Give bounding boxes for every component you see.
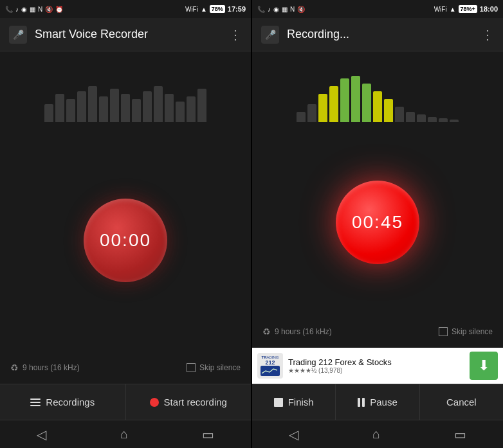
left-app-header: 🎤 Smart Voice Recorder ⋮ [0, 18, 251, 51]
left-storage-info: ♻ 9 hours (16 kHz) [10, 363, 80, 373]
right-cancel-button[interactable]: Cancel [420, 384, 503, 420]
left-status-alarm-icon: ⏰ [55, 6, 63, 13]
right-skip-silence: Skip silence [439, 327, 493, 336]
left-skip-silence-label: Skip silence [199, 363, 241, 372]
r-eq-bar-11 [406, 112, 415, 122]
left-status-location-icon: ◉ [21, 6, 27, 13]
left-storage-icon: ♻ [10, 363, 19, 373]
right-pause-label: Pause [370, 397, 398, 408]
right-record-button[interactable]: 00:45 [336, 181, 419, 264]
left-app-title: Smart Voice Recorder [35, 28, 229, 41]
r-eq-bar-6 [351, 76, 360, 122]
left-status-nfc-icon: N [38, 6, 42, 13]
right-app-header: 🎤 Recording... ⋮ [252, 18, 503, 51]
right-skip-silence-label: Skip silence [452, 327, 493, 336]
left-status-phone-icon: 📞 [5, 6, 13, 13]
eq-bar-1 [44, 104, 53, 122]
ad-title: Trading 212 Forex & Stocks [288, 357, 464, 367]
left-skip-silence-checkbox[interactable] [187, 363, 196, 372]
eq-bar-14 [187, 96, 196, 122]
right-status-music-icon: ♪ [268, 6, 271, 13]
eq-bar-3 [66, 99, 75, 122]
left-wifi-icon: WiFi [185, 6, 198, 13]
r-eq-bar-9 [384, 99, 393, 122]
eq-bar-2 [55, 94, 64, 122]
right-status-icons: 📞 ♪ ◉ ▦ N 🔇 [257, 6, 305, 13]
right-pause-button[interactable]: Pause [336, 384, 419, 420]
eq-bar-4 [77, 91, 86, 122]
right-menu-button[interactable]: ⋮ [481, 27, 494, 42]
right-storage-info: ♻ 9 hours (16 kHz) [262, 327, 332, 337]
left-mic-icon: 🎤 [9, 26, 27, 44]
pause-icon [358, 398, 365, 407]
right-nav-bar: ◁ ⌂ ▭ [252, 420, 503, 448]
left-app-content: 00:00 ♻ 9 hours (16 kHz) Skip silence [0, 51, 251, 384]
left-start-recording-button[interactable]: Start recording [126, 384, 252, 420]
ad-company-num: 212 [265, 359, 275, 366]
right-signal-icon: ▲ [450, 6, 456, 13]
r-eq-bar-15 [450, 120, 459, 122]
left-skip-silence: Skip silence [187, 363, 241, 372]
eq-bar-5 [88, 86, 97, 122]
eq-bar-11 [154, 86, 163, 122]
right-app-title: Recording... [287, 28, 481, 41]
right-back-button[interactable]: ◁ [289, 427, 298, 442]
right-skip-silence-checkbox[interactable] [439, 327, 448, 336]
right-app-content: 00:45 ♻ 9 hours (16 kHz) Skip silence TR… [252, 51, 503, 384]
right-timer-display: 00:45 [352, 212, 403, 233]
left-equalizer [0, 51, 251, 129]
left-storage-text: 9 hours (16 kHz) [23, 363, 80, 372]
eq-bar-15 [197, 89, 206, 122]
left-recordings-label: Recordings [46, 397, 95, 408]
record-dot-icon [150, 398, 159, 407]
right-recents-button[interactable]: ▭ [454, 427, 466, 442]
left-status-mute-icon: 🔇 [45, 6, 53, 13]
right-cancel-label: Cancel [446, 397, 477, 408]
ad-banner[interactable]: TRADING 212 Trading 212 Forex & Stocks ★… [252, 348, 503, 384]
left-status-img-icon: ▦ [30, 6, 35, 13]
ad-rating: ★★★★½ (13,978) [288, 367, 464, 374]
ad-text: Trading 212 Forex & Stocks ★★★★½ (13,978… [288, 357, 464, 374]
left-record-button[interactable]: 00:00 [84, 199, 167, 282]
eq-bar-6 [99, 96, 108, 122]
left-timer-display: 00:00 [100, 230, 151, 251]
right-storage-text: 9 hours (16 kHz) [275, 327, 332, 336]
right-status-nfc-icon: N [290, 6, 295, 13]
left-status-music-icon: ♪ [15, 6, 19, 13]
left-home-button[interactable]: ⌂ [120, 427, 128, 442]
left-recents-button[interactable]: ▭ [202, 427, 214, 442]
right-status-img-icon: ▦ [282, 6, 288, 13]
right-finish-button[interactable]: Finish [252, 384, 336, 420]
download-icon: ⬇ [478, 357, 489, 374]
right-bottom-toolbar: Finish Pause Cancel [252, 384, 503, 420]
right-wifi-icon: WiFi [434, 6, 447, 13]
right-status-bar: 📞 ♪ ◉ ▦ N 🔇 WiFi ▲ 78%+ 18:00 [252, 0, 503, 18]
r-eq-bar-12 [417, 114, 426, 122]
ad-download-button[interactable]: ⬇ [470, 352, 498, 380]
left-nav-bar: ◁ ⌂ ▭ [0, 420, 251, 448]
right-home-button[interactable]: ⌂ [372, 427, 380, 442]
left-status-right: WiFi ▲ 78% 17:59 [185, 5, 246, 13]
right-status-phone-icon: 📞 [257, 6, 265, 13]
left-battery: 78% [210, 5, 225, 13]
left-back-button[interactable]: ◁ [37, 427, 46, 442]
left-phone-panel: 📞 ♪ ◉ ▦ N 🔇 ⏰ WiFi ▲ 78% 17:59 🎤 Smart V… [0, 0, 251, 448]
ad-logo: TRADING 212 [257, 353, 283, 379]
ad-chart-icon [262, 367, 279, 375]
left-record-button-container: 00:00 [84, 129, 167, 352]
right-status-mute-icon: 🔇 [297, 6, 305, 13]
r-eq-bar-8 [373, 91, 382, 122]
left-bottom-toolbar: Recordings Start recording [0, 384, 251, 420]
eq-bar-8 [121, 94, 130, 122]
left-bottom-status: ♻ 9 hours (16 kHz) Skip silence [0, 352, 251, 384]
r-eq-bar-7 [362, 84, 371, 122]
right-storage-icon: ♻ [262, 327, 271, 337]
eq-bar-9 [132, 99, 141, 122]
left-recordings-button[interactable]: Recordings [0, 384, 126, 420]
eq-bar-7 [110, 89, 119, 122]
right-phone-panel: 📞 ♪ ◉ ▦ N 🔇 WiFi ▲ 78%+ 18:00 🎤 Recordin… [252, 0, 503, 448]
r-eq-bar-14 [439, 118, 448, 122]
left-menu-button[interactable]: ⋮ [229, 27, 242, 42]
right-status-location-icon: ◉ [273, 6, 279, 13]
stop-square-icon [274, 398, 283, 407]
